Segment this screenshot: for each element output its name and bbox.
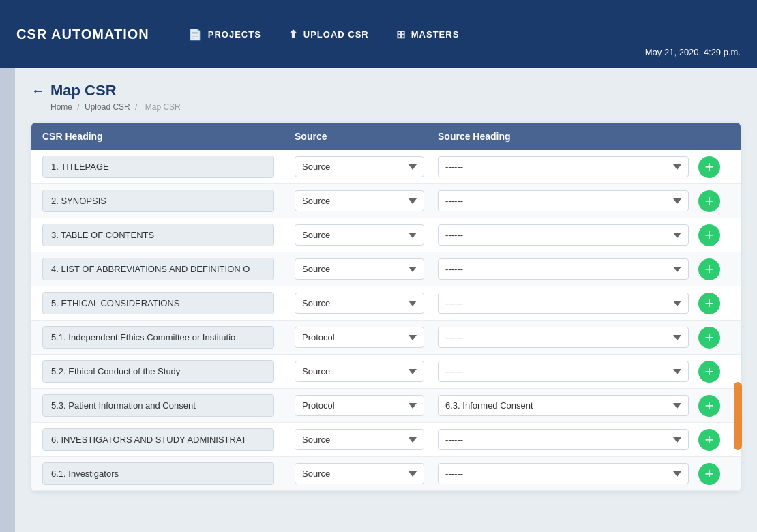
breadcrumb-sep2: /: [135, 102, 140, 112]
action-cell: +: [696, 156, 730, 178]
back-arrow-icon[interactable]: ←: [31, 83, 45, 99]
source-cell: SourceProtocol: [295, 190, 438, 211]
projects-icon: 📄: [188, 28, 203, 41]
source-heading-select[interactable]: ------: [438, 293, 689, 314]
source-cell: SourceProtocol: [295, 463, 438, 484]
source-heading-select[interactable]: ------: [438, 190, 689, 211]
source-heading-select[interactable]: ------: [438, 361, 689, 382]
col-csr-heading: CSR Heading: [42, 131, 295, 142]
table-row: 1. TITLEPAGESourceProtocol------+: [31, 150, 741, 184]
source-heading-select[interactable]: ------: [438, 429, 689, 450]
action-cell: +: [696, 395, 730, 417]
add-row-button[interactable]: +: [698, 463, 720, 485]
table-row: 5.1. Independent Ethics Committee or Ins…: [31, 321, 741, 355]
table-row: 4. LIST OF ABBREVIATIONS AND DEFINITION …: [31, 252, 741, 286]
add-row-button[interactable]: +: [698, 190, 720, 212]
action-cell: +: [696, 361, 730, 383]
nav-links: 📄 PROJECTS ⬆ UPLOAD CSR ⊞ MASTERS: [188, 28, 460, 41]
table-row: 5.3. Patient Information and ConsentSour…: [31, 389, 741, 423]
csr-heading-box: 2. SYNOPSIS: [42, 190, 274, 212]
source-select[interactable]: SourceProtocol: [295, 361, 424, 382]
csr-heading-box: 6. INVESTIGATORS AND STUDY ADMINISTRAT: [42, 428, 274, 451]
csr-heading-cell: 6. INVESTIGATORS AND STUDY ADMINISTRAT: [42, 428, 295, 451]
source-cell: SourceProtocol: [295, 327, 438, 348]
action-cell: +: [696, 258, 730, 280]
source-select[interactable]: SourceProtocol: [295, 463, 424, 484]
csr-heading-box: 5. ETHICAL CONSIDERATIONS: [42, 292, 274, 314]
add-row-button[interactable]: +: [698, 429, 720, 451]
app-brand: CSR AUTOMATION: [16, 27, 166, 42]
table-row: 6. INVESTIGATORS AND STUDY ADMINISTRATSo…: [31, 423, 741, 457]
nav-upload-csr[interactable]: ⬆ UPLOAD CSR: [288, 28, 369, 41]
add-row-button[interactable]: +: [698, 293, 720, 314]
source-heading-select[interactable]: ------6.3. Informed Consent: [438, 395, 689, 416]
source-heading-select[interactable]: ------: [438, 224, 689, 246]
add-row-button[interactable]: +: [698, 156, 720, 178]
csr-heading-cell: 5.2. Ethical Conduct of the Study: [42, 360, 295, 383]
csr-heading-box: 3. TABLE OF CONTENTS: [42, 224, 274, 246]
breadcrumb-sep1: /: [77, 102, 82, 112]
breadcrumb-current: Map CSR: [145, 102, 181, 112]
breadcrumb-home[interactable]: Home: [50, 102, 72, 112]
nav-masters[interactable]: ⊞ MASTERS: [396, 28, 460, 41]
source-heading-select[interactable]: ------: [438, 258, 689, 280]
source-select[interactable]: SourceProtocol: [295, 395, 424, 416]
source-heading-select[interactable]: ------6.2. Institutional Review Board/In…: [438, 327, 689, 348]
nav-projects[interactable]: 📄 PROJECTS: [188, 28, 261, 41]
csr-heading-cell: 5.3. Patient Information and Consent: [42, 394, 295, 417]
source-heading-cell: ------6.2. Institutional Review Board/In…: [438, 327, 696, 348]
csr-heading-cell: 4. LIST OF ABBREVIATIONS AND DEFINITION …: [42, 258, 295, 280]
csr-heading-cell: 3. TABLE OF CONTENTS: [42, 224, 295, 246]
source-heading-cell: ------6.3. Informed Consent: [438, 395, 696, 416]
action-cell: +: [696, 327, 730, 349]
source-select[interactable]: SourceProtocol: [295, 224, 424, 246]
table-body: 1. TITLEPAGESourceProtocol------+2. SYNO…: [31, 150, 741, 491]
breadcrumb: Home / Upload CSR / Map CSR: [50, 102, 741, 112]
source-select[interactable]: SourceProtocol: [295, 156, 424, 177]
masters-icon: ⊞: [396, 28, 406, 41]
csr-heading-cell: 5.1. Independent Ethics Committee or Ins…: [42, 326, 295, 349]
source-heading-select[interactable]: ------: [438, 156, 689, 177]
action-cell: +: [696, 224, 730, 246]
add-row-button[interactable]: +: [698, 361, 720, 383]
page-content: ← Map CSR Home / Upload CSR / Map CSR CS…: [15, 68, 757, 505]
csr-heading-cell: 1. TITLEPAGE: [42, 156, 295, 178]
table-row: 5.2. Ethical Conduct of the StudySourceP…: [31, 355, 741, 389]
csr-heading-cell: 2. SYNOPSIS: [42, 190, 295, 212]
csr-heading-box: 5.3. Patient Information and Consent: [42, 394, 274, 417]
source-cell: SourceProtocol: [295, 395, 438, 416]
table-header: CSR Heading Source Source Heading: [31, 123, 741, 150]
upload-icon: ⬆: [288, 28, 298, 41]
source-heading-cell: ------: [438, 463, 696, 484]
add-row-button[interactable]: +: [698, 224, 720, 246]
add-row-button[interactable]: +: [698, 258, 720, 280]
mapping-table: CSR Heading Source Source Heading 1. TIT…: [31, 123, 741, 491]
source-heading-cell: ------: [438, 361, 696, 382]
source-select[interactable]: SourceProtocol: [295, 327, 424, 348]
table-row: 6.1. InvestigatorsSourceProtocol------+: [31, 457, 741, 491]
table-row: 3. TABLE OF CONTENTSSourceProtocol------…: [31, 218, 741, 252]
left-stripe: [0, 68, 15, 532]
table-row: 2. SYNOPSISSourceProtocol------+: [31, 184, 741, 218]
source-heading-select[interactable]: ------: [438, 463, 689, 484]
source-cell: SourceProtocol: [295, 156, 438, 177]
scroll-indicator: [734, 382, 742, 450]
source-select[interactable]: SourceProtocol: [295, 258, 424, 280]
source-select[interactable]: SourceProtocol: [295, 190, 424, 211]
source-select[interactable]: SourceProtocol: [295, 293, 424, 314]
source-heading-cell: ------: [438, 224, 696, 246]
datetime: May 21, 2020, 4:29 p.m.: [645, 47, 741, 57]
add-row-button[interactable]: +: [698, 327, 720, 349]
csr-heading-box: 1. TITLEPAGE: [42, 156, 274, 178]
source-heading-cell: ------: [438, 156, 696, 177]
add-row-button[interactable]: +: [698, 395, 720, 417]
source-cell: SourceProtocol: [295, 429, 438, 450]
source-select[interactable]: SourceProtocol: [295, 429, 424, 450]
breadcrumb-upload-csr[interactable]: Upload CSR: [85, 102, 130, 112]
csr-heading-box: 6.1. Investigators: [42, 462, 274, 485]
source-heading-cell: ------: [438, 429, 696, 450]
source-heading-cell: ------: [438, 190, 696, 211]
table-row: 5. ETHICAL CONSIDERATIONSSourceProtocol-…: [31, 286, 741, 321]
page-header: ← Map CSR: [31, 82, 741, 100]
source-cell: SourceProtocol: [295, 293, 438, 314]
